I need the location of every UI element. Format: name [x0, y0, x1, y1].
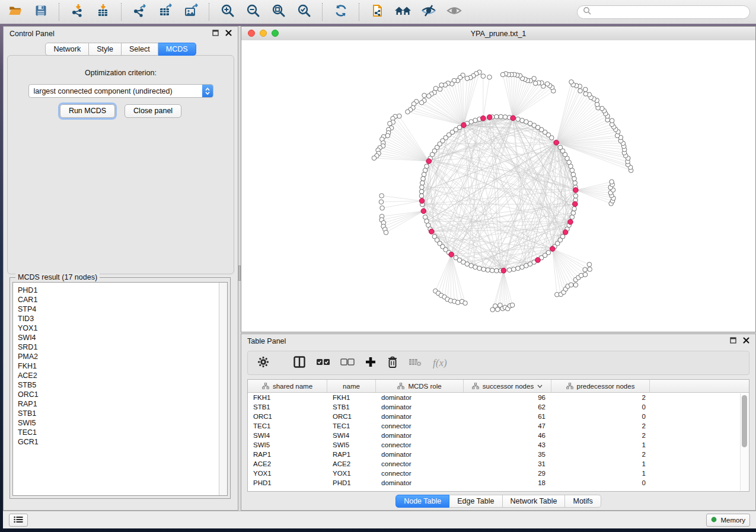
table-row[interactable]: SWI4SWI4dominator462 [248, 431, 749, 440]
hide-selected-button[interactable] [419, 2, 438, 21]
mcds-result-item[interactable]: ORC1 [18, 390, 219, 399]
mcds-result-item[interactable]: ACE2 [18, 371, 219, 380]
open-session-button[interactable] [6, 2, 25, 21]
close-panel-button[interactable]: Close panel [125, 104, 181, 118]
column-header-mcds-role[interactable]: MCDS role [376, 380, 464, 392]
mcds-result-item[interactable]: SWI4 [18, 333, 219, 342]
close-panel-icon[interactable] [743, 337, 749, 345]
mcds-result-group: MCDS result (17 nodes) PHD1CAR1STP4TID3Y… [9, 277, 231, 499]
tab-edge-table[interactable]: Edge Table [449, 495, 502, 508]
column-header-predecessor-nodes[interactable]: predecessor nodes [551, 380, 650, 392]
delete-column-button[interactable] [387, 355, 398, 371]
search-field[interactable] [577, 5, 750, 19]
optimization-criterion-select[interactable]: largest connected component (undirected) [28, 84, 213, 98]
table-options-button[interactable] [257, 355, 270, 371]
table-cell-shared-name: ORC1 [248, 413, 327, 420]
tab-motifs[interactable]: Motifs [565, 495, 601, 508]
table-cell-successor-nodes: 46 [464, 432, 551, 439]
first-neighbors-button[interactable] [394, 2, 413, 21]
float-panel-icon[interactable] [730, 337, 736, 345]
apply-layout-button[interactable] [331, 2, 350, 21]
save-session-button[interactable] [31, 2, 50, 21]
network-from-selection-button[interactable] [368, 2, 387, 21]
network-graph[interactable] [241, 40, 755, 332]
zoom-in-button[interactable] [218, 2, 237, 21]
delete-table-button[interactable] [409, 355, 423, 371]
tab-network[interactable]: Network [45, 43, 89, 56]
table-row[interactable]: ORC1ORC1dominator610 [248, 412, 749, 421]
memory-label: Memory [720, 517, 745, 524]
show-all-button[interactable] [445, 2, 464, 21]
mcds-result-item[interactable]: TEC1 [18, 428, 219, 437]
mcds-result-item[interactable]: GCR1 [18, 437, 219, 447]
mcds-result-item[interactable]: YOX1 [18, 323, 219, 333]
run-mcds-button[interactable]: Run MCDS [60, 104, 115, 118]
function-builder-button[interactable]: f(x) [433, 355, 447, 371]
mcds-result-item[interactable]: STB1 [18, 409, 219, 418]
tab-select[interactable]: Select [122, 43, 158, 56]
mcds-list-scrollbar[interactable] [219, 283, 227, 495]
tab-network-table[interactable]: Network Table [503, 495, 566, 508]
mcds-result-item[interactable]: TID3 [18, 314, 219, 323]
unchecked-boxes-icon [340, 358, 355, 368]
table-row[interactable]: FKH1FKH1dominator962 [248, 393, 749, 402]
table-header-row: shared name name MCDS role successor nod… [248, 380, 749, 393]
column-header-name[interactable]: name [327, 380, 376, 392]
close-panel-icon[interactable] [225, 30, 232, 38]
table-row[interactable]: STB1STB1dominator620 [248, 402, 749, 412]
column-header-successor-nodes[interactable]: successor nodes [464, 380, 551, 392]
export-image-button[interactable] [181, 2, 200, 21]
select-all-rows-button[interactable] [316, 355, 330, 371]
table-scrollbar[interactable] [740, 393, 748, 491]
import-network-button[interactable] [68, 2, 87, 21]
mcds-result-item[interactable]: PHD1 [18, 286, 219, 295]
memory-button[interactable]: Memory [706, 514, 750, 527]
table-cell-predecessor-nodes: 0 [551, 413, 650, 420]
mcds-result-item[interactable]: RAP1 [18, 399, 219, 409]
tab-mcds[interactable]: MCDS [158, 43, 196, 56]
export-network-button[interactable] [130, 2, 149, 21]
table-row[interactable]: RAP1RAP1dominator352 [248, 450, 749, 459]
mcds-result-item[interactable]: FKH1 [18, 361, 219, 371]
zoom-fit-button[interactable] [269, 2, 288, 21]
window-close-button[interactable] [248, 30, 255, 37]
table-cell-name: SWI5 [327, 441, 376, 448]
table-row[interactable]: YOX1YOX1connector291 [248, 469, 749, 478]
zoom-selected-button[interactable] [295, 2, 314, 21]
console-button[interactable] [9, 514, 28, 527]
network-canvas[interactable] [241, 40, 755, 332]
status-bar: Memory [3, 511, 756, 528]
table-row[interactable]: PHD1PHD1dominator180 [248, 478, 749, 488]
mcds-result-list: PHD1CAR1STP4TID3YOX1SWI4SRD1PMA2FKH1ACE2… [13, 283, 219, 495]
column-header-shared-name[interactable]: shared name [248, 380, 327, 392]
mcds-result-item[interactable]: CAR1 [18, 295, 219, 305]
eye-icon [446, 3, 462, 21]
column-label: shared name [273, 383, 312, 390]
export-table-button[interactable] [156, 2, 175, 21]
float-panel-icon[interactable] [212, 30, 219, 38]
table-row[interactable]: SWI5SWI5connector431 [248, 440, 749, 450]
search-input[interactable] [595, 7, 744, 17]
create-column-button[interactable] [365, 355, 377, 371]
mcds-result-item[interactable]: SWI5 [18, 418, 219, 428]
mcds-result-item[interactable]: STP4 [18, 305, 219, 314]
table-row[interactable]: TEC1TEC1connector472 [248, 421, 749, 431]
show-columns-button[interactable] [293, 355, 306, 371]
table-scrollbar-thumb[interactable] [742, 395, 747, 447]
tab-node-table[interactable]: Node Table [395, 495, 449, 508]
table-row[interactable]: ACE2ACE2connector311 [248, 459, 749, 469]
table-cell-successor-nodes: 96 [464, 394, 551, 401]
table-cell-successor-nodes: 29 [464, 470, 551, 477]
window-zoom-button[interactable] [272, 30, 279, 37]
table-toolbar: f(x) [247, 351, 749, 375]
deselect-all-rows-button[interactable] [340, 355, 355, 371]
window-minimize-button[interactable] [260, 30, 267, 37]
toolbar-separator [121, 3, 122, 21]
table-cell-name: STB1 [327, 403, 376, 411]
zoom-out-button[interactable] [244, 2, 263, 21]
mcds-result-item[interactable]: STB5 [18, 380, 219, 390]
mcds-result-item[interactable]: SRD1 [18, 342, 219, 352]
import-table-button[interactable] [94, 2, 113, 21]
tab-style[interactable]: Style [89, 43, 122, 56]
mcds-result-item[interactable]: PMA2 [18, 352, 219, 361]
